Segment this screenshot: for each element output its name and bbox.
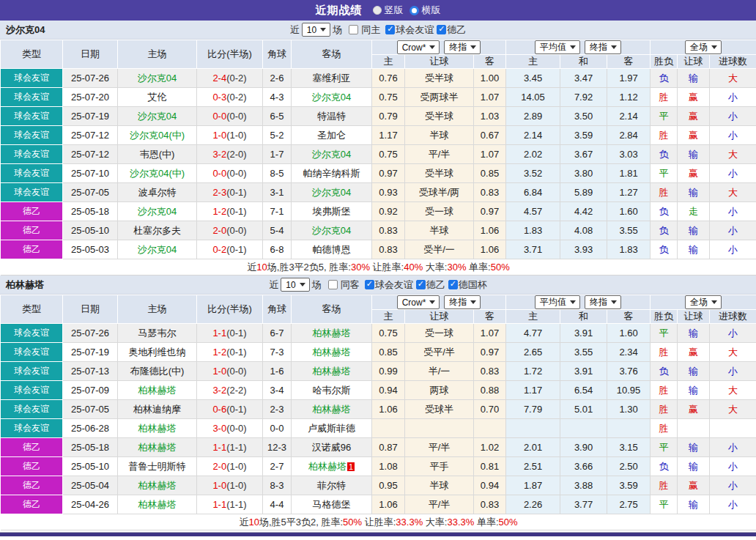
- match-date: 25-07-26: [63, 324, 118, 343]
- home-team-link[interactable]: 韦恩(中): [140, 149, 175, 160]
- home-team-link[interactable]: 普鲁士明斯特: [129, 461, 186, 472]
- fulltime-score: 1-0: [212, 480, 226, 491]
- home-team-link[interactable]: 杜塞尔多夫: [133, 225, 181, 236]
- home-team-link[interactable]: 柏林赫塔: [138, 480, 177, 491]
- match-type-badge: 球会友谊: [1, 381, 63, 400]
- match-date: 25-05-18: [63, 438, 118, 457]
- chevron-down-icon: [611, 300, 617, 304]
- crown-odds-value: Crow*: [402, 42, 426, 53]
- home-team-link[interactable]: 布隆德比(中): [130, 366, 185, 377]
- same-venue-checkbox[interactable]: [328, 280, 338, 289]
- home-team-link[interactable]: 柏林赫塔: [138, 442, 177, 453]
- away-team-link[interactable]: 沙尔克04: [312, 149, 351, 160]
- crown-odds-select[interactable]: Crow*: [397, 295, 440, 309]
- home-team-link[interactable]: 沙尔克04(中): [130, 130, 185, 141]
- match-date: 25-05-10: [63, 221, 118, 240]
- league-checkbox[interactable]: [437, 25, 446, 34]
- match-row: 球会友谊 25-07-05 柏林迪纳摩 0-6(0-1) 2-3 柏林赫塔 1.…: [1, 400, 756, 419]
- home-team-link[interactable]: 柏林迪纳摩: [133, 404, 181, 415]
- team-section: 沙尔克04 近 10 场 同主 球会友谊: [0, 21, 756, 275]
- fulltime-score: 0-0: [212, 111, 226, 122]
- match-date: 25-05-10: [63, 457, 118, 476]
- crown-stage-select[interactable]: 终指: [444, 40, 481, 54]
- fulltime-score: 0-6: [212, 404, 226, 415]
- away-team-link[interactable]: 柏林赫塔: [313, 347, 351, 358]
- match-row: 球会友谊 25-07-19 奥地利维也纳 1-2(0-1) 7-3 柏林赫塔 0…: [1, 343, 756, 362]
- radio-icon[interactable]: [410, 6, 419, 15]
- result-goals: 小: [710, 495, 756, 514]
- league-checkbox[interactable]: [448, 280, 458, 289]
- league-checkbox[interactable]: [365, 280, 374, 289]
- fulltime-score: 2-0: [212, 225, 226, 236]
- crown-odds-select[interactable]: Crow*: [397, 40, 440, 54]
- avg-home-odds: 3.45: [506, 69, 560, 88]
- home-team-link[interactable]: 沙尔克04: [138, 206, 177, 217]
- away-team-link[interactable]: 圣加仑: [317, 130, 346, 141]
- handicap-group-header: Crow* 终指: [372, 40, 506, 55]
- home-team-link[interactable]: 艾伦: [148, 92, 167, 103]
- average-odds-select[interactable]: 平均值: [535, 40, 580, 54]
- avg-away-odds: 1.60: [607, 202, 651, 221]
- average-stage-select[interactable]: 终指: [585, 40, 621, 54]
- away-team-link[interactable]: 卢威斯菲德: [308, 423, 355, 434]
- score-cell: 1-0(1-0): [197, 126, 263, 145]
- league-checkbox[interactable]: [416, 280, 426, 289]
- home-team-link[interactable]: 沙尔克04: [138, 73, 177, 84]
- avg-home-odds: 7.79: [506, 400, 560, 419]
- layout-option-vertical[interactable]: 竖版: [373, 4, 404, 17]
- away-team-link[interactable]: 柏林赫塔: [308, 461, 346, 472]
- away-team-link[interactable]: 帕纳辛纳科斯: [303, 168, 360, 179]
- away-team-link[interactable]: 汉诺威96: [312, 442, 351, 453]
- halftime-score: (1-1): [226, 499, 246, 510]
- home-team-link[interactable]: 波卓尔特: [138, 187, 177, 198]
- home-team-link[interactable]: 沙尔克04(中): [130, 168, 185, 179]
- match-count-select[interactable]: 10: [281, 278, 309, 292]
- fullmatch-select[interactable]: 全场: [685, 295, 722, 309]
- score-cell: 1-0(1-0): [197, 476, 263, 495]
- halftime-score: (0-1): [226, 187, 246, 198]
- home-team-link[interactable]: 沙尔克04: [138, 244, 177, 255]
- recent-results-page: 近期战绩 竖版 横版 沙尔克04 近 10 场: [0, 0, 756, 540]
- away-team-link[interactable]: 塞维利亚: [313, 73, 351, 84]
- home-team-link[interactable]: 奥地利维也纳: [129, 347, 186, 358]
- away-team-link[interactable]: 马格德堡: [313, 499, 351, 510]
- away-team-link[interactable]: 柏林赫塔: [313, 404, 351, 415]
- home-team-link[interactable]: 沙尔克04: [138, 111, 177, 122]
- away-team-link[interactable]: 帕德博恩: [313, 244, 351, 255]
- away-team-link[interactable]: 柏林赫塔: [313, 328, 351, 339]
- avg-draw-odds: 3.50: [560, 107, 607, 126]
- away-team-link[interactable]: 沙尔克04: [312, 187, 351, 198]
- away-team-cell: 圣加仑: [292, 126, 372, 145]
- same-venue-checkbox[interactable]: [349, 25, 358, 34]
- away-team-link[interactable]: 埃弗斯堡: [313, 206, 351, 217]
- crown-stage-select[interactable]: 终指: [444, 295, 481, 309]
- average-group-header: 平均值 终指: [506, 295, 651, 310]
- away-team-link[interactable]: 沙尔克04: [312, 92, 351, 103]
- result-goals: 小: [710, 476, 756, 495]
- away-team-link[interactable]: 菲尔特: [317, 480, 346, 491]
- fullmatch-select[interactable]: 全场: [685, 40, 722, 54]
- average-odds-select[interactable]: 平均值: [535, 295, 580, 309]
- home-team-link[interactable]: 柏林赫塔: [138, 385, 177, 396]
- summary-part: 单率:: [474, 517, 498, 528]
- col-header-away: 客场: [292, 40, 372, 69]
- away-team-link[interactable]: 特温特: [317, 111, 346, 122]
- home-team-link[interactable]: 柏林赫塔: [138, 423, 177, 434]
- subcol-handicap-home: 主: [372, 310, 405, 324]
- summary-part: 让胜率:: [362, 517, 396, 528]
- match-count-select[interactable]: 10: [302, 23, 330, 37]
- home-team-link[interactable]: 马瑟韦尔: [138, 328, 177, 339]
- average-stage-select[interactable]: 终指: [585, 295, 621, 309]
- home-team-link[interactable]: 柏林赫塔: [138, 499, 177, 510]
- away-team-link[interactable]: 柏林赫塔: [313, 366, 351, 377]
- away-team-link[interactable]: 哈韦尔斯: [313, 385, 351, 396]
- layout-option-horizontal[interactable]: 横版: [410, 4, 441, 17]
- league-checkbox[interactable]: [385, 25, 395, 34]
- handicap-home-odds: 0.75: [372, 88, 405, 107]
- handicap-away-odds: 0.97: [474, 343, 506, 362]
- away-team-cell: 埃弗斯堡: [292, 202, 372, 221]
- handicap-away-odds: [474, 419, 506, 438]
- away-team-link[interactable]: 沙尔克04: [312, 225, 351, 236]
- match-row: 德乙 25-05-18 沙尔克04 1-2(0-1) 7-1 埃弗斯堡 0.92…: [1, 202, 756, 221]
- radio-icon[interactable]: [373, 6, 382, 15]
